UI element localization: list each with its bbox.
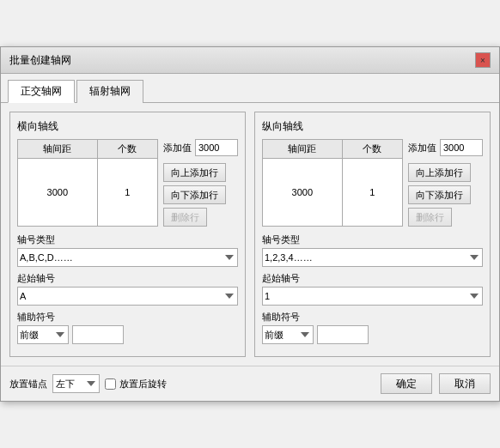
horizontal-title: 横向轴线 xyxy=(17,119,238,134)
title-bar: 批量创建轴网 × xyxy=(1,47,499,74)
h-col2-header: 个数 xyxy=(97,140,157,159)
vertical-table: 轴间距 个数 3000 1 xyxy=(262,139,403,227)
footer-right: 确定 取消 xyxy=(381,373,491,394)
table-row: 3000 1 xyxy=(263,159,403,227)
table-row: 3000 1 xyxy=(18,159,158,227)
dialog-title: 批量创建轴网 xyxy=(9,53,71,68)
h-axis-type-select[interactable]: A,B,C,D…… 1,2,3,4…… xyxy=(17,248,238,267)
h-auxiliary-label: 辅助符号 xyxy=(17,311,238,324)
h-start-axis-row: 起始轴号 A B xyxy=(17,272,238,306)
v-delete-btn[interactable]: 删除行 xyxy=(408,208,452,227)
close-button[interactable]: × xyxy=(475,52,491,68)
h-axis-type-label: 轴号类型 xyxy=(17,233,238,246)
tab-orthogonal[interactable]: 正交轴网 xyxy=(8,80,75,103)
h-col1-header: 轴间距 xyxy=(18,140,98,159)
v-add-up-btn[interactable]: 向上添加行 xyxy=(408,163,471,182)
horizontal-btn-group: 添加值 向上添加行 向下添加行 删除行 xyxy=(163,139,238,227)
rotate-checkbox[interactable] xyxy=(105,378,116,390)
v-col1-header: 轴间距 xyxy=(263,140,343,159)
vertical-btn-group: 添加值 向上添加行 向下添加行 删除行 xyxy=(408,139,483,227)
horizontal-add-row: 添加值 xyxy=(163,139,238,156)
h-add-up-btn[interactable]: 向上添加行 xyxy=(163,163,226,182)
v-start-axis-select[interactable]: 1 2 xyxy=(262,287,483,306)
tab-bar: 正交轴网 辐射轴网 xyxy=(1,74,499,103)
h-auxiliary-group: 前缀 后缀 xyxy=(17,325,238,344)
h-auxiliary-row: 辅助符号 前缀 后缀 xyxy=(17,311,238,344)
horizontal-section: 横向轴线 轴间距 个数 3000 1 xyxy=(9,112,246,357)
v-auxiliary-row: 辅助符号 前缀 后缀 xyxy=(262,311,483,344)
anchor-label: 放置锚点 xyxy=(9,378,47,390)
h-row1-col2: 1 xyxy=(97,159,157,227)
cancel-button[interactable]: 取消 xyxy=(439,373,491,394)
v-add-label: 添加值 xyxy=(408,142,436,154)
h-start-axis-select[interactable]: A B xyxy=(17,287,238,306)
v-axis-type-select[interactable]: 1,2,3,4…… A,B,C,D…… xyxy=(262,248,483,267)
vertical-table-area: 轴间距 个数 3000 1 xyxy=(262,139,483,227)
h-add-input[interactable] xyxy=(195,139,238,156)
vertical-section: 纵向轴线 轴间距 个数 3000 1 xyxy=(254,112,491,357)
h-delete-btn[interactable]: 删除行 xyxy=(163,208,207,227)
horizontal-table-area: 轴间距 个数 3000 1 xyxy=(17,139,238,227)
footer: 放置锚点 左下 左上 右下 右上 中心 放置后旋转 确定 取消 xyxy=(1,366,499,401)
dialog: 批量创建轴网 × 正交轴网 辐射轴网 横向轴线 轴间距 xyxy=(0,46,500,402)
v-row1-col2: 1 xyxy=(342,159,402,227)
h-auxiliary-select[interactable]: 前缀 后缀 xyxy=(17,325,69,344)
v-row1-col1: 3000 xyxy=(263,159,343,227)
v-axis-type-row: 轴号类型 1,2,3,4…… A,B,C,D…… xyxy=(262,233,483,267)
h-start-axis-label: 起始轴号 xyxy=(17,272,238,285)
rotate-checkbox-label[interactable]: 放置后旋转 xyxy=(105,378,167,390)
v-add-input[interactable] xyxy=(440,139,483,156)
h-axis-type-row: 轴号类型 A,B,C,D…… 1,2,3,4…… xyxy=(17,233,238,267)
h-add-down-btn[interactable]: 向下添加行 xyxy=(163,185,226,204)
footer-left: 放置锚点 左下 左上 右下 右上 中心 放置后旋转 xyxy=(9,374,374,393)
h-auxiliary-input[interactable] xyxy=(72,325,124,344)
columns-container: 横向轴线 轴间距 个数 3000 1 xyxy=(9,112,491,357)
h-row1-col1: 3000 xyxy=(18,159,98,227)
v-col2-header: 个数 xyxy=(342,140,402,159)
v-auxiliary-select[interactable]: 前缀 后缀 xyxy=(262,325,314,344)
v-start-axis-label: 起始轴号 xyxy=(262,272,483,285)
v-add-down-btn[interactable]: 向下添加行 xyxy=(408,185,471,204)
tab-radial[interactable]: 辐射轴网 xyxy=(76,80,143,103)
v-start-axis-row: 起始轴号 1 2 xyxy=(262,272,483,306)
v-axis-type-label: 轴号类型 xyxy=(262,233,483,246)
vertical-title: 纵向轴线 xyxy=(262,119,483,134)
v-auxiliary-group: 前缀 后缀 xyxy=(262,325,483,344)
v-auxiliary-label: 辅助符号 xyxy=(262,311,483,324)
main-content: 横向轴线 轴间距 个数 3000 1 xyxy=(1,103,499,366)
vertical-add-row: 添加值 xyxy=(408,139,483,156)
horizontal-table: 轴间距 个数 3000 1 xyxy=(17,139,158,227)
h-add-label: 添加值 xyxy=(163,142,192,154)
anchor-select[interactable]: 左下 左上 右下 右上 中心 xyxy=(52,374,100,393)
confirm-button[interactable]: 确定 xyxy=(381,373,432,394)
v-auxiliary-input[interactable] xyxy=(317,325,369,344)
rotate-label: 放置后旋转 xyxy=(119,378,167,390)
